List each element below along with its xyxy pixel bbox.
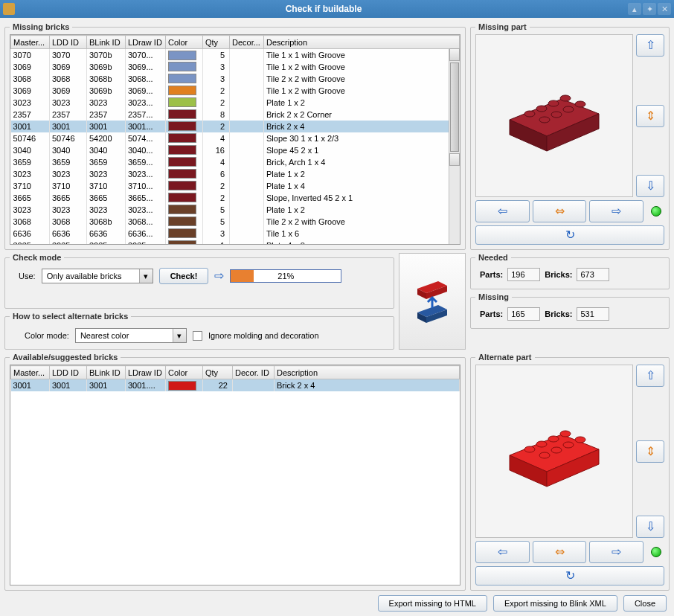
- swap-panel[interactable]: [399, 253, 466, 350]
- svg-point-3: [524, 111, 535, 117]
- table-row[interactable]: 2357235723572357...8Brick 2 x 2 Corner: [11, 109, 460, 121]
- right-button[interactable]: ⇨: [589, 541, 643, 563]
- table-row[interactable]: 3001300130013001....22Brick 2 x 4: [11, 379, 460, 391]
- col-ldraw[interactable]: LDraw ID: [126, 366, 166, 379]
- ignore-checkbox[interactable]: [193, 331, 202, 341]
- col-decor[interactable]: Decor...: [230, 36, 264, 49]
- table-row[interactable]: 3023302330233023...2Plate 1 x 2: [11, 97, 460, 109]
- left-button[interactable]: ⇦: [475, 200, 530, 222]
- missing-parts-label: Parts:: [480, 309, 503, 318]
- col-ldd[interactable]: LDD ID: [50, 366, 87, 379]
- export-xml-button[interactable]: Export missing to Blink XML: [493, 595, 617, 612]
- updown-button[interactable]: ⇕: [636, 105, 664, 127]
- table-row[interactable]: 3659365936593659...4Brick, Arch 1 x 4: [11, 156, 460, 168]
- down-button[interactable]: ⇩: [636, 175, 664, 197]
- svg-point-27: [575, 437, 585, 443]
- close-icon[interactable]: ✕: [658, 3, 671, 15]
- progress-percent: 21%: [231, 270, 341, 282]
- use-select[interactable]: Only available bricks ▾: [42, 269, 153, 283]
- arrow-right-icon: ⇨: [612, 546, 621, 558]
- table-row[interactable]: 3710371037103710...2Plate 1 x 4: [11, 180, 460, 192]
- svg-point-24: [539, 452, 550, 458]
- table-row[interactable]: 3665366536653665...2Slope, Inverted 45 2…: [11, 192, 460, 204]
- left-button[interactable]: ⇦: [475, 541, 530, 563]
- chevron-down-icon: ▾: [173, 329, 186, 342]
- arrow-down-icon: ⇩: [646, 180, 655, 192]
- svg-point-8: [551, 112, 562, 118]
- close-button[interactable]: Close: [623, 595, 667, 612]
- col-color[interactable]: Color: [166, 36, 203, 49]
- arrow-right-icon: ⇨: [214, 270, 224, 282]
- refresh-button[interactable]: ↻: [475, 566, 664, 585]
- minimize-icon[interactable]: ▴: [628, 3, 641, 15]
- col-color[interactable]: Color: [166, 366, 203, 379]
- col-master[interactable]: Master...: [11, 366, 50, 379]
- svg-point-22: [548, 436, 559, 442]
- check-button[interactable]: Check!: [159, 268, 209, 284]
- table-row[interactable]: 3023302330233023...5Plate 1 x 2: [11, 204, 460, 216]
- table-row[interactable]: 307030703070b3070...5Tile 1 x 1 with Gro…: [11, 49, 460, 61]
- svg-point-7: [539, 117, 550, 123]
- missing-bricks-value: 531: [577, 307, 609, 321]
- app-icon: [3, 3, 15, 15]
- swap-icon: [411, 275, 453, 327]
- refresh-icon: ↻: [565, 229, 575, 241]
- col-ldd[interactable]: LDD ID: [50, 36, 87, 49]
- up-button[interactable]: ⇧: [636, 365, 664, 387]
- svg-point-4: [536, 106, 547, 112]
- leftright-button[interactable]: ⇔: [533, 541, 587, 563]
- missing-bricks-legend: Missing bricks: [10, 22, 72, 31]
- down-button[interactable]: ⇩: [636, 516, 664, 538]
- col-master[interactable]: Master...: [11, 36, 50, 49]
- missing-bricks-label: Bricks:: [545, 309, 572, 318]
- refresh-button[interactable]: ↻: [475, 225, 664, 245]
- leftright-button[interactable]: ⇔: [533, 200, 587, 222]
- needed-group: Needed Parts: 196 Bricks: 673: [470, 253, 670, 289]
- table-row[interactable]: 306930693069b3069...3Tile 1 x 2 with Gro…: [11, 61, 460, 73]
- arrow-leftright-icon: ⇔: [555, 205, 565, 217]
- missing-bricks-table[interactable]: Master... LDD ID BLink ID LDraw ID Color…: [10, 34, 460, 245]
- ignore-label: Ignore molding and decoration: [208, 331, 319, 340]
- svg-point-6: [560, 95, 571, 101]
- table-row[interactable]: 306830683068b3068...3Tile 2 x 2 with Gro…: [11, 73, 460, 85]
- col-desc[interactable]: Description: [264, 36, 460, 49]
- table-row[interactable]: 3001300130013001...2Brick 2 x 4: [11, 121, 460, 132]
- col-qty[interactable]: Qty: [203, 366, 233, 379]
- right-button[interactable]: ⇨: [589, 200, 643, 222]
- col-ldraw[interactable]: LDraw ID: [126, 36, 166, 49]
- svg-point-26: [563, 442, 574, 448]
- col-blink[interactable]: BLink ID: [87, 366, 126, 379]
- col-qty[interactable]: Qty: [203, 36, 230, 49]
- available-bricks-table[interactable]: Master... LDD ID BLink ID LDraw ID Color…: [10, 365, 460, 585]
- arrow-up-icon: ⇧: [646, 39, 655, 51]
- maximize-icon[interactable]: ✦: [643, 3, 656, 15]
- status-led: [651, 547, 661, 557]
- table-row[interactable]: 306930693069b3069...2Tile 1 x 2 with Gro…: [11, 85, 460, 97]
- color-mode-label: Color mode:: [25, 331, 69, 340]
- color-mode-select[interactable]: Nearest color ▾: [75, 328, 187, 343]
- updown-button[interactable]: ⇕: [636, 440, 664, 463]
- table-row[interactable]: 5074650746542005074...4Slope 30 1 x 1 x …: [11, 132, 460, 144]
- col-blink[interactable]: BLink ID: [87, 36, 126, 49]
- use-label: Use:: [19, 272, 36, 280]
- svg-point-9: [563, 106, 574, 112]
- table-row[interactable]: 6636663666366636...3Tile 1 x 6: [11, 228, 460, 240]
- export-html-button[interactable]: Export missing to HTML: [378, 595, 487, 612]
- arrow-updown-icon: ⇕: [646, 110, 655, 122]
- needed-legend: Needed: [475, 253, 511, 262]
- window-title: Check if buildable: [21, 4, 626, 14]
- svg-point-23: [560, 431, 571, 437]
- missing-parts-value: 165: [507, 307, 540, 321]
- col-desc[interactable]: Description: [275, 366, 460, 379]
- progress-bar: 21%: [230, 269, 341, 283]
- table-row[interactable]: 306830683068b3068...5Tile 2 x 2 with Gro…: [11, 216, 460, 228]
- scrollbar[interactable]: [449, 48, 460, 244]
- up-button[interactable]: ⇧: [636, 34, 664, 57]
- svg-point-5: [548, 100, 559, 106]
- status-led: [651, 206, 661, 216]
- col-decor-id[interactable]: Decor. ID: [233, 366, 275, 379]
- table-row[interactable]: 3023302330233023...6Plate 1 x 2: [11, 168, 460, 180]
- table-row[interactable]: 3035303530353035...1Plate 4 x 8: [11, 240, 460, 245]
- needed-bricks-label: Bricks:: [545, 270, 572, 279]
- table-row[interactable]: 3040304030403040...16Slope 45 2 x 1: [11, 144, 460, 156]
